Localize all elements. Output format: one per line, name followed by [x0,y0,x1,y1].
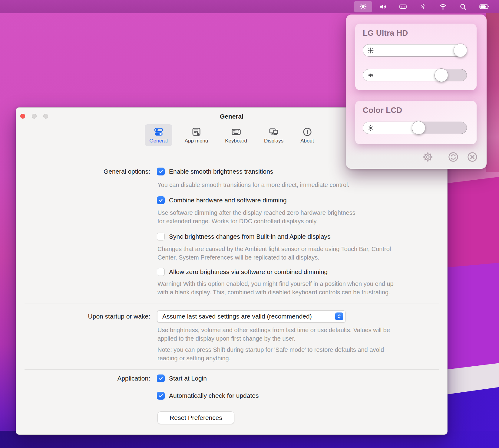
option-zero-brightness[interactable]: Allow zero brightness via software or co… [157,268,328,276]
wifi-icon [439,3,447,11]
menu-bar [0,0,499,13]
checkbox-label: Automatically check for updates [169,392,259,400]
toggles-icon [153,127,164,137]
dropdown-stepper-icon [335,312,343,320]
startup-note: Note: you can press Shift during startup… [157,345,384,362]
settings-button[interactable] [422,151,434,163]
slider-knob[interactable] [435,68,448,82]
volume-slider[interactable] [363,69,467,81]
brightness-menu-item[interactable] [359,0,368,13]
checkmark-icon [158,169,164,174]
popover-footer [346,151,487,163]
checkbox[interactable] [157,196,165,204]
display-card-color-lcd: Color LCD [355,101,477,144]
slider-knob[interactable] [454,44,467,57]
option-description: You can disable smooth transitions for a… [157,181,349,189]
checkbox[interactable] [157,374,165,382]
battery-charging-icon [479,3,490,11]
displays-icon [268,127,279,137]
volume-icon [379,3,387,11]
volume-menu-item[interactable] [378,0,388,13]
option-smooth-transitions[interactable]: Enable smooth brightness transitions [157,168,273,175]
checkbox-label: Sync brightness changes from Built-in an… [169,233,330,240]
brightness-slider[interactable] [363,44,467,57]
keyboard-brightness-icon [399,3,407,11]
slider-knob[interactable] [412,121,425,135]
gear-icon [422,151,434,163]
display-name: Color LCD [363,106,402,115]
brightness-icon [359,3,367,11]
displays-popover: LG Ultra HD [346,15,487,169]
refresh-icon [448,151,459,163]
sun-icon [367,47,374,54]
tab-label: Displays [264,138,283,144]
reset-preferences-button[interactable]: Reset Preferences [157,411,234,424]
close-icon [467,151,478,163]
checkbox-label: Combine hardware and software dimming [169,196,287,204]
option-start-at-login[interactable]: Start at Login [157,374,207,382]
startup-dropdown[interactable]: Assume last saved settings are valid (re… [157,310,345,322]
tab-displays[interactable]: Displays [259,124,288,146]
checkmark-icon [158,198,164,203]
wallpaper-rose-strip [486,13,499,172]
tab-app-menu[interactable]: App menu [180,124,213,146]
dropdown-value: Assume last saved settings are valid (re… [157,313,335,320]
tab-general[interactable]: General [145,124,172,146]
checkbox[interactable] [157,168,165,175]
display-card-lg-ultra-hd: LG Ultra HD [355,24,477,90]
display-name: LG Ultra HD [363,28,408,38]
brightness-slider[interactable] [363,122,467,134]
refresh-button[interactable] [448,151,459,163]
tab-label: About [300,138,314,144]
desktop: General General [0,0,499,448]
option-combine-dimming[interactable]: Combine hardware and software dimming [157,196,287,204]
option-sync-brightness[interactable]: Sync brightness changes from Built-in an… [157,233,330,240]
startup-description: Use brightness, volume and other setting… [157,326,390,343]
keyboard-icon [231,127,242,137]
option-description: Use software dimming after the display r… [157,208,355,225]
menu-document-icon [191,127,202,137]
tab-keyboard[interactable]: Keyboard [220,124,252,146]
section-divider [25,369,439,370]
checkbox-label: Start at Login [169,374,207,382]
application-label: Application: [16,374,150,382]
startup-label: Upon startup or wake: [16,310,150,322]
tab-label: Keyboard [225,138,247,144]
search-menu-item[interactable] [458,0,468,13]
option-description: Warning! With this option enabled, you m… [157,280,394,296]
tab-label: App menu [185,138,208,144]
close-popover-button[interactable] [467,151,478,163]
checkmark-icon [158,376,164,381]
settings-content: General options: Enable smooth brightnes… [16,151,447,434]
general-options-label: General options: [16,168,150,175]
checkbox-label: Enable smooth brightness transitions [169,168,273,175]
checkbox[interactable] [157,268,165,276]
menu-bar-status-icons [359,0,491,13]
sun-icon [367,124,374,132]
bluetooth-icon [420,3,426,11]
bluetooth-menu-item[interactable] [418,0,428,13]
checkbox-label: Allow zero brightness via software or co… [169,268,328,276]
option-description: Changes that are caused by the Ambient l… [157,245,391,262]
info-icon [302,127,313,137]
option-auto-updates[interactable]: Automatically check for updates [157,392,259,400]
tab-about[interactable]: About [296,124,318,146]
checkbox[interactable] [157,233,165,240]
section-divider [25,303,439,303]
checkbox[interactable] [157,392,165,400]
tab-label: General [149,138,167,144]
checkmark-icon [158,393,164,398]
search-icon [459,3,467,11]
wifi-menu-item[interactable] [438,0,448,13]
keyboard-brightness-menu-item[interactable] [398,0,408,13]
battery-menu-item[interactable] [478,0,491,13]
speaker-icon [367,72,374,79]
